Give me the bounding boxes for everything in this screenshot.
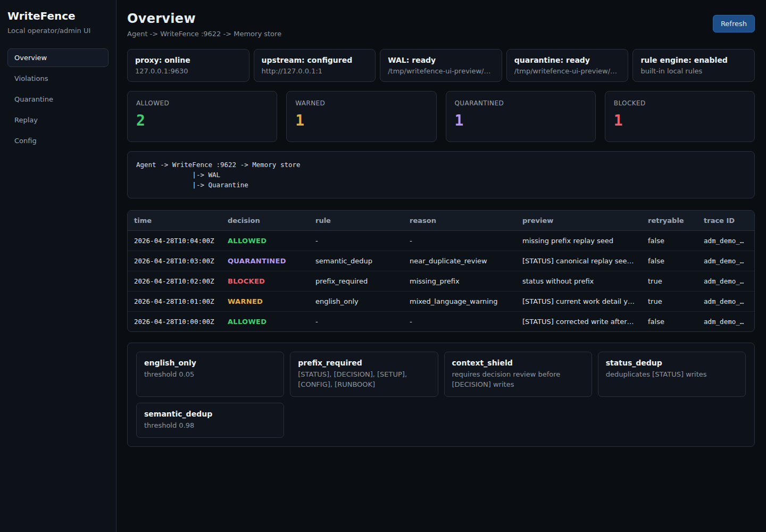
rule-description: threshold 0.05 [144,370,276,380]
rule-name: semantic_dedup [144,410,276,418]
stat-card-value: 1 [614,112,746,129]
stat-card-label: QUARANTINED [455,99,587,107]
sidebar-item-label: Config [14,137,37,145]
rule-description: requires decision review before [DECISIO… [452,370,584,390]
table-row: 2026-04-28T10:00:00Z ALLOWED - - [STATUS… [128,312,754,332]
stat-card-label: BLOCKED [614,99,746,107]
cell-retryable: false [642,251,697,271]
app-brand: WriteFence [7,10,109,22]
breadcrumb: Agent -> WriteFence :9622 -> Memory stor… [127,30,281,38]
status-card-title: WAL: ready [388,56,494,64]
sidebar-item-label: Replay [14,116,38,124]
rule-name: status_dedup [606,359,738,367]
cell-reason: - [403,312,516,332]
status-card-title: quarantine: ready [514,56,621,64]
stat-card: BLOCKED 1 [605,91,755,142]
cell-preview: missing prefix replay seed [516,231,642,251]
cell-decision: QUARANTINED [221,251,309,271]
cell-retryable: true [642,292,697,312]
table-row: 2026-04-28T10:01:00Z WARNED english_only… [128,292,754,312]
status-card-detail: 127.0.0.1:9630 [135,67,242,75]
cell-time: 2026-04-28T10:01:00Z [128,292,221,312]
column-header-retryable: retryable [642,211,697,231]
rule-card-semantic_dedup: semantic_dedup threshold 0.98 [136,403,284,438]
cell-retryable: false [642,231,697,251]
cell-preview: status without prefix [516,271,642,292]
stat-card-row: ALLOWED 2 WARNED 1 QUARANTINED 1 BLOCKED… [127,91,755,142]
cell-reason: missing_prefix [403,271,516,292]
cell-preview: [STATUS] canonical replay see… [516,251,642,271]
rule-card-context_shield: context_shield requires decision review … [444,352,592,397]
table-row: 2026-04-28T10:03:00Z QUARANTINED semanti… [128,251,754,271]
cell-retryable: true [642,271,697,292]
rule-description: [STATUS], [DECISION], [SETUP], [CONFIG],… [298,370,430,390]
sidebar-item-label: Overview [14,54,47,62]
refresh-button[interactable]: Refresh [713,15,755,32]
cell-trace-id: adm_demo_… [697,271,754,292]
rule-description: threshold 0.98 [144,421,276,431]
status-card-row: proxy: online 127.0.0.1:9630 upstream: c… [127,49,755,82]
column-header-trace-id: trace ID [697,211,754,231]
cell-retryable: false [642,312,697,332]
flow-diagram-text: Agent -> WriteFence :9622 -> Memory stor… [136,160,746,190]
sidebar-item-overview[interactable]: Overview [7,48,109,67]
sidebar-item-violations[interactable]: Violations [7,69,109,88]
decision-log-table: timedecisionrulereasonpreviewretryabletr… [128,211,754,331]
rule-card-prefix_required: prefix_required [STATUS], [DECISION], [S… [290,352,438,397]
table-row: 2026-04-28T10:02:00Z BLOCKED prefix_requ… [128,271,754,292]
sidebar-item-label: Violations [14,74,48,82]
rules-grid: english_only threshold 0.05 prefix_requi… [136,352,746,438]
main-header: Overview Agent -> WriteFence :9622 -> Me… [127,11,755,38]
status-card-title: rule engine: enabled [640,56,747,64]
cell-rule: prefix_required [309,271,403,292]
stat-card-label: ALLOWED [136,99,268,107]
column-header-rule: rule [309,211,403,231]
flow-diagram: Agent -> WriteFence :9622 -> Memory stor… [127,151,755,198]
cell-decision: BLOCKED [221,271,309,292]
cell-time: 2026-04-28T10:03:00Z [128,251,221,271]
status-card: upstream: configured http://127.0.0.1:1 [254,49,376,82]
sidebar-item-label: Quarantine [14,95,53,103]
stat-card: QUARANTINED 1 [446,91,596,142]
status-card-detail: built-in local rules [640,67,747,75]
main-content: Overview Agent -> WriteFence :9622 -> Me… [116,0,766,532]
rule-name: english_only [144,359,276,367]
table-row: 2026-04-28T10:04:00Z ALLOWED - - missing… [128,231,754,251]
cell-reason: - [403,231,516,251]
cell-rule: semantic_dedup [309,251,403,271]
table-header-row: timedecisionrulereasonpreviewretryabletr… [128,211,754,231]
table-body: 2026-04-28T10:04:00Z ALLOWED - - missing… [128,231,754,332]
status-card-title: proxy: online [135,56,242,64]
rule-name: prefix_required [298,359,430,367]
cell-rule: - [309,312,403,332]
column-header-decision: decision [221,211,309,231]
rules-panel: english_only threshold 0.05 prefix_requi… [127,343,755,447]
rule-description: deduplicates [STATUS] writes [606,370,738,380]
status-card: WAL: ready /tmp/writefence-ui-preview/w… [380,49,502,82]
cell-preview: [STATUS] corrected write after … [516,312,642,332]
cell-rule: english_only [309,292,403,312]
stat-card-value: 1 [295,112,427,129]
sidebar-item-replay[interactable]: Replay [7,111,109,129]
rule-name: context_shield [452,359,584,367]
column-header-reason: reason [403,211,516,231]
cell-rule: - [309,231,403,251]
stat-card-label: WARNED [295,99,427,107]
cell-trace-id: adm_demo_… [697,292,754,312]
page-title: Overview [127,11,281,26]
cell-trace-id: adm_demo_… [697,251,754,271]
cell-reason: near_duplicate_review [403,251,516,271]
sidebar-nav: Overview Violations Quarantine Replay Co… [7,48,109,150]
status-card: quarantine: ready /tmp/writefence-ui-pre… [506,49,629,82]
column-header-preview: preview [516,211,642,231]
cell-trace-id: adm_demo_… [697,231,754,251]
status-card-detail: http://127.0.0.1:1 [262,67,368,75]
column-header-time: time [128,211,221,231]
table-header: timedecisionrulereasonpreviewretryabletr… [128,211,754,231]
cell-preview: [STATUS] current work detail уая [516,292,642,312]
cell-decision: WARNED [221,292,309,312]
stat-card: WARNED 1 [286,91,436,142]
sidebar-item-quarantine[interactable]: Quarantine [7,90,109,109]
sidebar-item-config[interactable]: Config [7,131,109,150]
stat-card-value: 1 [455,112,587,129]
